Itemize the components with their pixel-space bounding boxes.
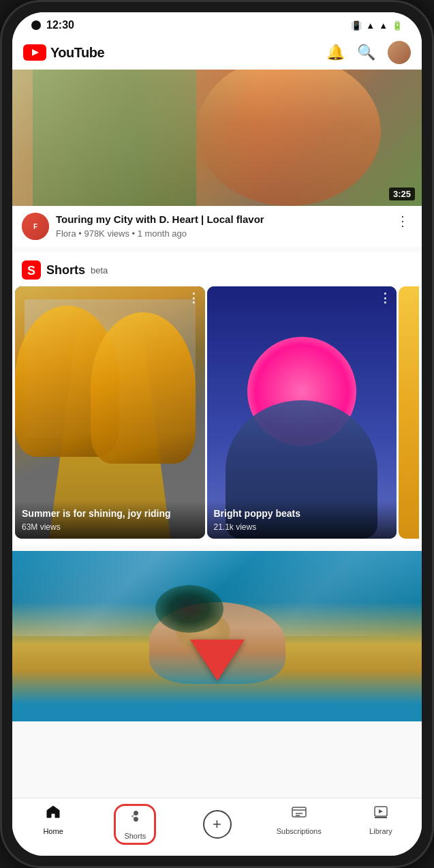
short-1-more-button[interactable]: ⋮ bbox=[187, 292, 200, 304]
video-separator-2: • bbox=[132, 228, 138, 239]
svg-point-5 bbox=[135, 818, 138, 821]
featured-video-thumbnail[interactable]: 3:25 bbox=[12, 70, 422, 206]
content-area[interactable]: 3:25 F Touring my City with D. Heart | L… bbox=[12, 70, 422, 798]
subscriptions-icon bbox=[291, 804, 307, 824]
avatar[interactable] bbox=[388, 41, 411, 64]
status-time: 12:30 bbox=[46, 19, 74, 31]
youtube-wordmark: YouTube bbox=[50, 45, 104, 61]
nav-item-home[interactable]: Home bbox=[12, 804, 94, 845]
home-icon bbox=[45, 804, 61, 824]
notification-bell-icon[interactable]: 🔔 bbox=[326, 44, 345, 61]
yt-header: YouTube 🔔 🔍 bbox=[12, 35, 422, 70]
svg-text:S: S bbox=[27, 264, 35, 278]
shorts-nav-icon bbox=[127, 809, 143, 829]
thumbnail-image bbox=[12, 70, 422, 206]
short-1-title: Summer is for shining, joy riding bbox=[22, 507, 198, 520]
shorts-title: Shorts bbox=[46, 263, 85, 278]
nav-item-subscriptions[interactable]: Subscriptions bbox=[258, 804, 340, 845]
pool-thumbnail bbox=[12, 551, 422, 721]
library-icon bbox=[373, 804, 389, 824]
video-more-button[interactable]: ⋮ bbox=[393, 213, 412, 229]
camera-dot bbox=[31, 20, 41, 30]
shorts-beta-label: beta bbox=[91, 265, 108, 275]
add-button[interactable]: + bbox=[203, 810, 232, 839]
search-icon[interactable]: 🔍 bbox=[357, 44, 375, 61]
short-1-views: 63M views bbox=[22, 522, 198, 532]
svg-point-4 bbox=[135, 812, 138, 815]
nav-item-library[interactable]: Library bbox=[340, 804, 422, 845]
video-views: 978K views bbox=[84, 228, 129, 239]
video-details: Touring my City with D. Heart | Local fl… bbox=[56, 213, 386, 239]
short-2-views: 21.1k views bbox=[214, 522, 390, 532]
short-2-title: Bright poppy beats bbox=[214, 507, 390, 520]
battery-icon: 🔋 bbox=[392, 20, 403, 31]
video-title[interactable]: Touring my City with D. Heart | Local fl… bbox=[56, 213, 386, 226]
phone-frame: 12:30 📳 ▲ ▲ 🔋 YouTube 🔔 🔍 bbox=[0, 0, 434, 868]
plus-icon: + bbox=[213, 815, 221, 833]
shorts-label: Shorts bbox=[124, 832, 146, 840]
video-duration-badge: 3:25 bbox=[389, 188, 415, 200]
pool-video-section[interactable] bbox=[12, 551, 422, 721]
video-age: 1 month ago bbox=[138, 228, 187, 239]
yt-logo: YouTube bbox=[23, 44, 326, 61]
subscriptions-label: Subscriptions bbox=[277, 827, 322, 835]
status-bar: 12:30 📳 ▲ ▲ 🔋 bbox=[12, 12, 422, 35]
vibrate-icon: 📳 bbox=[351, 20, 362, 31]
shorts-grid: ⋮ Summer is for shining, joy riding 63M … bbox=[12, 286, 422, 539]
channel-name[interactable]: Flora bbox=[56, 228, 76, 239]
nav-item-shorts[interactable]: Shorts bbox=[94, 804, 176, 845]
channel-avatar[interactable]: F bbox=[22, 213, 49, 240]
phone-screen: 12:30 📳 ▲ ▲ 🔋 YouTube 🔔 🔍 bbox=[12, 12, 422, 856]
channel-avatar-art: F bbox=[22, 213, 49, 240]
youtube-logo-icon bbox=[23, 44, 46, 61]
short-card-2[interactable]: ⋮ Bright poppy beats 21.1k views bbox=[207, 286, 397, 539]
status-icons: 📳 ▲ ▲ 🔋 bbox=[351, 20, 403, 31]
library-label: Library bbox=[369, 827, 392, 835]
shorts-section: S Shorts beta bbox=[12, 252, 422, 545]
shorts-header: S Shorts beta bbox=[12, 252, 422, 286]
short-2-more-button[interactable]: ⋮ bbox=[379, 292, 391, 304]
bottom-nav: Home Shorts + bbox=[12, 798, 422, 856]
video-meta: Flora • 978K views • 1 month ago bbox=[56, 228, 386, 239]
shorts-logo-icon: S bbox=[22, 260, 41, 280]
nav-item-add[interactable]: + bbox=[176, 804, 258, 845]
down-arrow-icon bbox=[190, 640, 245, 680]
short-card-1[interactable]: ⋮ Summer is for shining, joy riding 63M … bbox=[15, 286, 205, 539]
short-card-3-partial bbox=[399, 286, 419, 539]
shorts-nav-highlight: Shorts bbox=[114, 804, 156, 845]
red-arrow-container bbox=[190, 640, 245, 680]
status-left: 12:30 bbox=[31, 19, 74, 31]
svg-marker-11 bbox=[379, 809, 383, 813]
home-label: Home bbox=[43, 827, 63, 835]
wifi-icon: ▲ bbox=[366, 20, 375, 31]
short-1-overlay: Summer is for shining, joy riding 63M vi… bbox=[15, 500, 205, 539]
video-info: F Touring my City with D. Heart | Local … bbox=[12, 206, 422, 247]
short-2-overlay: Bright poppy beats 21.1k views bbox=[207, 500, 397, 539]
signal-icon: ▲ bbox=[379, 20, 388, 31]
header-action-icons: 🔔 🔍 bbox=[326, 41, 411, 64]
